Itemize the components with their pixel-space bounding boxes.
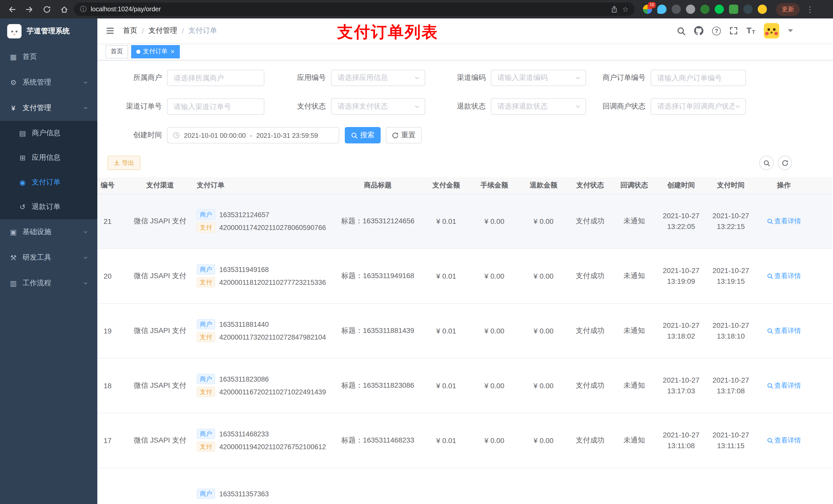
extension-icon[interactable] — [686, 5, 695, 14]
font-size-icon[interactable]: TT — [746, 27, 755, 35]
filter-row: 创建时间 2021-10-01 00:00:00 - 2021-10-31 23… — [97, 127, 833, 143]
chevron-down-icon — [414, 75, 420, 81]
channel-order-no-input[interactable] — [167, 98, 264, 115]
extension-icon[interactable] — [715, 5, 724, 14]
sidebar-menu: ▦ 首页 ⚙ 系统管理 ¥ 支付管理 ▤ 商户信息 — [0, 44, 97, 296]
pay-tag: 支付 — [197, 277, 215, 287]
pay-status: 支付成功 — [576, 216, 604, 224]
fullscreen-icon[interactable] — [730, 27, 738, 35]
pay-order-line: 支付 4200001194202110276752100612 — [197, 441, 331, 452]
bookmark-star-icon[interactable]: ☆ — [622, 5, 628, 13]
tab-home[interactable]: 首页 — [105, 45, 128, 58]
order-id: 20 — [103, 272, 112, 280]
sidebar-item-merchant-info[interactable]: ▤ 商户信息 — [0, 121, 97, 145]
refund-status-select[interactable]: 请选择退款状态 — [491, 98, 586, 115]
help-icon[interactable]: ? — [712, 26, 721, 35]
cell-order: 商户 1635311468233 支付 42000011942021102767… — [190, 413, 333, 467]
cell-status: 支付成功 — [568, 413, 612, 467]
paid-time: 13:11:15 — [708, 440, 754, 451]
sidebar-item-refund-order[interactable]: ↺ 退款订单 — [0, 195, 97, 219]
browser-back-icon[interactable] — [4, 2, 20, 16]
col-header-paid: 支付时间 — [706, 177, 756, 194]
sidebar-item-system[interactable]: ⚙ 系统管理 — [0, 70, 97, 95]
view-detail-link[interactable]: 查看详情 — [767, 381, 801, 390]
toggle-search-button[interactable] — [759, 156, 774, 170]
filter-label: 商户订单编号 — [586, 73, 651, 82]
view-detail-link[interactable]: 查看详情 — [767, 436, 801, 445]
view-detail-link[interactable]: 查看详情 — [767, 326, 801, 335]
extension-icon[interactable] — [672, 5, 681, 14]
cell-status: 支付成功 — [568, 358, 612, 413]
sidebar-item-devtools[interactable]: ⚒ 研发工具 — [0, 245, 97, 270]
pay-amount: ¥ 0.01 — [436, 272, 456, 280]
share-icon[interactable] — [611, 6, 618, 13]
breadcrumb-payment[interactable]: 支付管理 — [148, 26, 177, 35]
refresh-table-button[interactable] — [778, 156, 792, 170]
col-header-id: 编号 — [97, 177, 130, 194]
sidebar-item-home[interactable]: ▦ 首页 — [0, 44, 97, 70]
browser-forward-icon[interactable] — [22, 2, 37, 16]
extension-badge: 10 — [648, 2, 656, 8]
extension-icon[interactable] — [743, 5, 753, 14]
cell-actions: 查看详情 — [756, 194, 812, 248]
sidebar-item-workflow[interactable]: ▥ 工作流程 — [0, 270, 97, 296]
cell-actions — [756, 467, 812, 504]
close-tab-icon[interactable]: × — [171, 48, 174, 55]
notify-status: 未通知 — [623, 271, 645, 280]
address-bar[interactable]: ⓘ localhost:1024/pay/order ☆ — [74, 3, 635, 16]
cell-paid: 2021-10-27 13:18:10 — [706, 303, 756, 358]
extension-icon[interactable] — [700, 5, 710, 14]
reset-button[interactable]: 重置 — [386, 127, 422, 143]
sidebar-toggle-icon[interactable] — [105, 26, 115, 35]
site-info-icon[interactable]: ⓘ — [80, 5, 87, 14]
sidebar-item-pay-order[interactable]: ◉ 支付订单 — [0, 170, 97, 195]
browser-update-button[interactable]: 更新 — [776, 3, 800, 16]
sidebar-item-infra[interactable]: ▣ 基础设施 — [0, 219, 97, 245]
cell-refund: ¥ 0.00 — [519, 413, 568, 467]
search-button[interactable]: 搜索 — [345, 127, 381, 143]
app-select[interactable]: 请选择应用信息 — [331, 70, 425, 86]
channel-code-select[interactable]: 请输入渠道编码 — [491, 70, 586, 86]
sidebar-item-payment[interactable]: ¥ 支付管理 — [0, 95, 97, 121]
col-header-fee: 手续金额 — [470, 177, 519, 194]
channel-pay-no: 4200001194202110276752100612 — [219, 443, 326, 451]
main-area: 首页 / 支付管理 / 支付订单 支付订单列表 ? TT — [97, 19, 833, 504]
merchant-input[interactable] — [167, 70, 264, 86]
avatar-caret-icon[interactable] — [788, 29, 793, 32]
cell-channel: 微信 JSAPI 支付 — [130, 248, 190, 303]
refund-amount: ¥ 0.00 — [533, 272, 553, 280]
pay-status-select[interactable]: 请选择支付状态 — [331, 98, 425, 115]
merchant-order-no-input[interactable] — [651, 70, 746, 86]
export-button[interactable]: 导出 — [108, 156, 140, 170]
github-icon[interactable] — [694, 26, 704, 35]
col-header-status: 支付状态 — [568, 177, 612, 194]
browser-home-icon[interactable] — [56, 2, 72, 16]
tab-pay-order[interactable]: 支付订单 × — [131, 45, 180, 58]
merchant-order-line: 商户 1635312124657 — [197, 210, 331, 220]
cell-paid — [706, 467, 756, 504]
sidebar-item-app-info[interactable]: ⊞ 应用信息 — [0, 145, 97, 170]
table-row: 20 微信 JSAPI 支付 商户 1635311949168 支付 — [97, 248, 832, 303]
notify-status-select[interactable]: 请选择订单回调商户状态 — [651, 98, 746, 115]
magnifier-icon — [767, 273, 773, 279]
avatar[interactable] — [764, 23, 779, 39]
breadcrumb-home[interactable]: 首页 — [123, 26, 137, 35]
goods-title: 1635311881439 — [363, 326, 414, 334]
search-icon[interactable] — [677, 26, 686, 35]
cell-paid: 2021-10-27 13:17:08 — [706, 358, 756, 413]
paid-time: 13:18:10 — [708, 331, 754, 341]
extension-icon[interactable] — [657, 5, 667, 14]
cell-id — [97, 467, 130, 504]
date-range-picker[interactable]: 2021-10-01 00:00:00 - 2021-10-31 23:59:5… — [167, 127, 339, 143]
extension-icon[interactable] — [729, 5, 738, 14]
extension-icon[interactable] — [758, 5, 767, 14]
view-detail-link[interactable]: 查看详情 — [767, 271, 801, 281]
select-placeholder: 请选择支付状态 — [338, 102, 388, 111]
view-detail-link[interactable]: 查看详情 — [767, 216, 801, 225]
browser-menu-icon[interactable]: ⋮ — [806, 4, 814, 14]
extension-icon[interactable]: 10 — [643, 5, 652, 14]
paid-date: 2021-10-27 — [708, 265, 754, 276]
magnifier-icon — [767, 218, 773, 224]
merchant-order-line: 商户 1635311357363 — [197, 489, 331, 499]
browser-reload-icon[interactable] — [39, 2, 54, 16]
